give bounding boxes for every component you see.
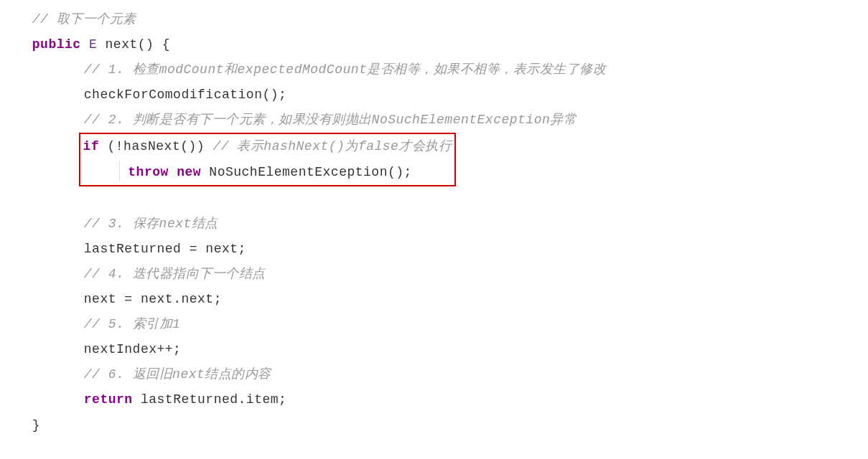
text <box>133 392 141 407</box>
indent-guide <box>119 160 120 181</box>
code-line: public E next() { <box>11 32 868 57</box>
punct: ()) <box>180 139 213 153</box>
code-line: throw new NoSuchElementException(); <box>83 160 452 185</box>
code-line: nextIndex++; <box>11 337 868 362</box>
code-line: lastReturned = next; <box>11 237 868 262</box>
comment: // 3. 保存next结点 <box>84 217 218 231</box>
code-line: // 3. 保存next结点 <box>11 212 868 237</box>
variable: next <box>141 292 173 306</box>
comment: // 1. 检查modCount和expectedModCount是否相等，如果… <box>84 62 607 77</box>
punct: (! <box>99 139 123 153</box>
punct: (); <box>388 165 412 179</box>
method-call: checkForComodification <box>84 87 263 102</box>
keyword-return: return <box>84 392 133 407</box>
code-line: // 4. 迭代器指向下一个结点 <box>11 262 868 287</box>
comment: // 6. 返回旧next结点的内容 <box>84 367 271 382</box>
code-line: checkForComodification(); <box>11 82 868 108</box>
type-E: E <box>89 37 97 52</box>
keyword-throw: throw <box>128 165 169 179</box>
comment: // 5. 索引加1 <box>84 317 181 331</box>
operator: = <box>116 292 141 306</box>
code-line: if (!hasNext()) // 表示hashNext()为false才会执… <box>83 134 452 159</box>
text <box>81 37 89 52</box>
field: next <box>181 292 213 306</box>
comment: // 取下一个元素 <box>32 12 136 27</box>
code-line: // 1. 检查modCount和expectedModCount是否相等，如果… <box>11 57 868 82</box>
text <box>169 165 177 179</box>
dot: . <box>173 292 181 306</box>
code-line: // 2. 判断是否有下一个元素，如果没有则抛出NoSuchElementExc… <box>11 108 868 133</box>
code-line: } <box>11 413 868 438</box>
keyword-if: if <box>83 139 100 153</box>
operator: = <box>181 242 205 256</box>
punct: (); <box>262 87 286 102</box>
code-line: // 取下一个元素 <box>11 7 868 32</box>
operator: ++; <box>157 342 182 356</box>
close-brace: } <box>32 418 40 432</box>
blank-line <box>11 186 868 212</box>
text <box>97 37 105 52</box>
punct: ; <box>238 242 246 256</box>
punct: ; <box>214 292 222 306</box>
keyword-public: public <box>32 37 81 52</box>
method-call: hasNext <box>123 139 180 153</box>
variable: next <box>205 242 238 256</box>
highlight-box: if (!hasNext()) // 表示hashNext()为false才会执… <box>79 133 457 186</box>
code-block: // 取下一个元素 public E next() { // 1. 检查modC… <box>11 7 868 438</box>
code-line: // 6. 返回旧next结点的内容 <box>11 362 868 387</box>
variable: nextIndex <box>84 342 157 356</box>
comment: // 表示hashNext()为false才会执行 <box>213 139 452 153</box>
code-line: return lastReturned.item; <box>11 387 868 412</box>
class-name: NoSuchElementException <box>201 165 388 179</box>
punct: ; <box>279 392 286 407</box>
code-line: // 5. 索引加1 <box>11 312 868 337</box>
punct: () { <box>138 37 170 52</box>
keyword-new: new <box>177 165 201 179</box>
method-name: next <box>106 37 138 52</box>
code-line: next = next.next; <box>11 287 868 312</box>
comment: // 2. 判断是否有下一个元素，如果没有则抛出NoSuchElementExc… <box>84 113 577 127</box>
variable: lastReturned <box>141 392 238 407</box>
variable: next <box>84 292 116 306</box>
comment: // 4. 迭代器指向下一个结点 <box>84 267 266 281</box>
field: item <box>246 392 279 407</box>
dot: . <box>238 392 246 407</box>
variable: lastReturned <box>84 242 182 256</box>
